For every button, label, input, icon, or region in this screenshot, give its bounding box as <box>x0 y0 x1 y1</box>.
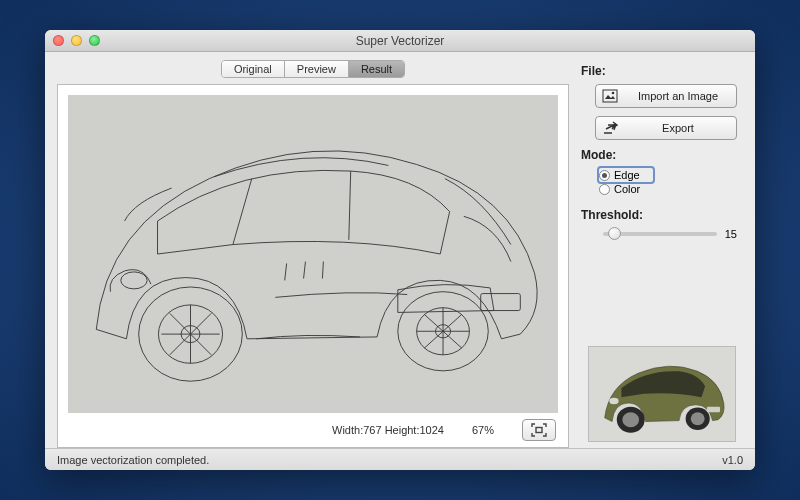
zoom-level: 67% <box>472 424 494 436</box>
slider-thumb[interactable] <box>608 227 621 240</box>
mode-edge-label: Edge <box>614 169 640 181</box>
version-label: v1.0 <box>722 454 743 466</box>
file-section-label: File: <box>581 64 743 78</box>
mode-section-label: Mode: <box>581 148 743 162</box>
svg-point-13 <box>622 413 639 428</box>
mode-edge-radio[interactable]: Edge <box>599 168 653 182</box>
radio-icon <box>599 184 610 195</box>
tab-preview[interactable]: Preview <box>285 61 349 77</box>
svg-rect-17 <box>707 407 720 413</box>
source-thumbnail[interactable] <box>588 346 736 442</box>
threshold-slider[interactable] <box>603 232 717 236</box>
svg-rect-9 <box>603 90 617 102</box>
import-label: Import an Image <box>626 90 730 102</box>
sidebar: File: Import an Image Export Mode: <box>581 60 743 448</box>
threshold-value: 15 <box>725 228 737 240</box>
export-icon <box>602 121 618 135</box>
threshold-row: 15 <box>603 228 737 240</box>
fit-to-screen-button[interactable] <box>522 419 556 441</box>
fit-screen-icon <box>531 423 547 437</box>
result-canvas[interactable] <box>68 95 558 413</box>
canvas-footer: Width:767 Height:1024 67% <box>62 415 564 443</box>
svg-point-16 <box>609 398 618 405</box>
import-button[interactable]: Import an Image <box>595 84 737 108</box>
svg-point-6 <box>121 272 147 289</box>
export-button[interactable]: Export <box>595 116 737 140</box>
mode-radio-group: Edge Color <box>599 168 743 196</box>
mode-color-label: Color <box>614 183 640 195</box>
main-panel: Original Preview Result <box>57 60 569 448</box>
threshold-section-label: Threshold: <box>581 208 743 222</box>
app-window: Super Vectorizer Original Preview Result <box>45 30 755 470</box>
tab-original[interactable]: Original <box>222 61 285 77</box>
statusbar: Image vectorization completed. v1.0 <box>45 448 755 470</box>
titlebar: Super Vectorizer <box>45 30 755 52</box>
content-area: Original Preview Result <box>45 52 755 448</box>
svg-point-10 <box>612 92 615 95</box>
canvas-frame: Width:767 Height:1024 67% <box>57 84 569 448</box>
vectorized-car-image <box>68 95 558 413</box>
svg-rect-8 <box>536 428 542 433</box>
status-message: Image vectorization completed. <box>57 454 209 466</box>
export-label: Export <box>626 122 730 134</box>
import-image-icon <box>602 89 618 103</box>
window-title: Super Vectorizer <box>45 34 755 48</box>
view-tabs: Original Preview Result <box>221 60 405 78</box>
svg-point-15 <box>690 413 704 426</box>
mode-color-radio[interactable]: Color <box>599 182 743 196</box>
image-dimensions: Width:767 Height:1024 <box>332 424 444 436</box>
tab-result[interactable]: Result <box>349 61 404 77</box>
radio-icon <box>599 170 610 181</box>
